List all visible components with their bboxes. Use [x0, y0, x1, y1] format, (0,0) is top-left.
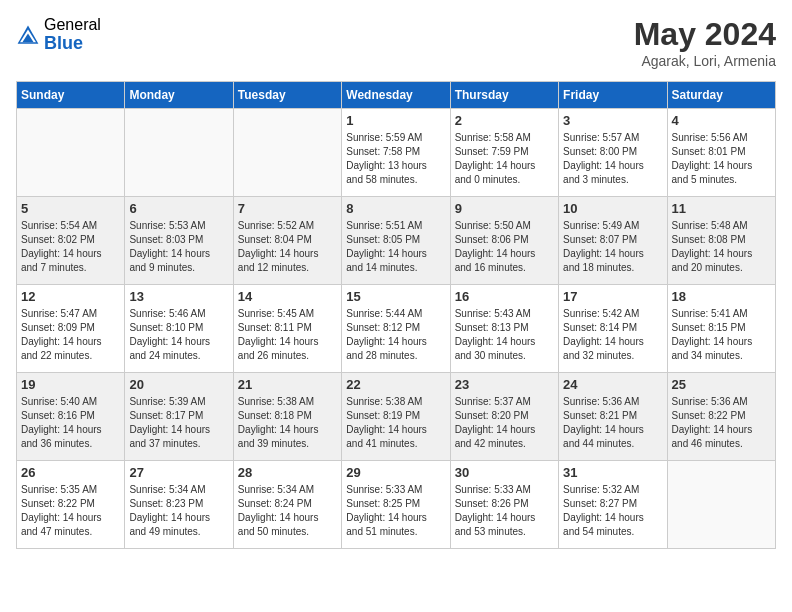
day-info: Sunrise: 5:39 AMSunset: 8:17 PMDaylight:… — [129, 395, 228, 451]
day-number: 6 — [129, 201, 228, 216]
logo: General Blue — [16, 16, 101, 53]
day-info: Sunrise: 5:34 AMSunset: 8:23 PMDaylight:… — [129, 483, 228, 539]
calendar-cell: 15Sunrise: 5:44 AMSunset: 8:12 PMDayligh… — [342, 285, 450, 373]
day-info: Sunrise: 5:56 AMSunset: 8:01 PMDaylight:… — [672, 131, 771, 187]
day-number: 14 — [238, 289, 337, 304]
calendar-week-row: 26Sunrise: 5:35 AMSunset: 8:22 PMDayligh… — [17, 461, 776, 549]
day-info: Sunrise: 5:59 AMSunset: 7:58 PMDaylight:… — [346, 131, 445, 187]
day-info: Sunrise: 5:46 AMSunset: 8:10 PMDaylight:… — [129, 307, 228, 363]
day-info: Sunrise: 5:52 AMSunset: 8:04 PMDaylight:… — [238, 219, 337, 275]
calendar-cell: 31Sunrise: 5:32 AMSunset: 8:27 PMDayligh… — [559, 461, 667, 549]
calendar-header-wednesday: Wednesday — [342, 82, 450, 109]
day-info: Sunrise: 5:40 AMSunset: 8:16 PMDaylight:… — [21, 395, 120, 451]
calendar-cell — [667, 461, 775, 549]
calendar-header-monday: Monday — [125, 82, 233, 109]
calendar-cell: 22Sunrise: 5:38 AMSunset: 8:19 PMDayligh… — [342, 373, 450, 461]
calendar-header-row: SundayMondayTuesdayWednesdayThursdayFrid… — [17, 82, 776, 109]
day-number: 11 — [672, 201, 771, 216]
day-number: 3 — [563, 113, 662, 128]
day-number: 4 — [672, 113, 771, 128]
calendar-cell: 26Sunrise: 5:35 AMSunset: 8:22 PMDayligh… — [17, 461, 125, 549]
logo-icon — [16, 23, 40, 47]
page-header: General Blue May 2024 Agarak, Lori, Arme… — [16, 16, 776, 69]
day-number: 23 — [455, 377, 554, 392]
day-number: 17 — [563, 289, 662, 304]
calendar-cell: 11Sunrise: 5:48 AMSunset: 8:08 PMDayligh… — [667, 197, 775, 285]
day-info: Sunrise: 5:51 AMSunset: 8:05 PMDaylight:… — [346, 219, 445, 275]
calendar-cell: 1Sunrise: 5:59 AMSunset: 7:58 PMDaylight… — [342, 109, 450, 197]
day-info: Sunrise: 5:37 AMSunset: 8:20 PMDaylight:… — [455, 395, 554, 451]
day-number: 13 — [129, 289, 228, 304]
calendar-cell: 25Sunrise: 5:36 AMSunset: 8:22 PMDayligh… — [667, 373, 775, 461]
day-number: 12 — [21, 289, 120, 304]
calendar-week-row: 12Sunrise: 5:47 AMSunset: 8:09 PMDayligh… — [17, 285, 776, 373]
day-number: 26 — [21, 465, 120, 480]
day-info: Sunrise: 5:53 AMSunset: 8:03 PMDaylight:… — [129, 219, 228, 275]
calendar-cell: 29Sunrise: 5:33 AMSunset: 8:25 PMDayligh… — [342, 461, 450, 549]
calendar-cell: 17Sunrise: 5:42 AMSunset: 8:14 PMDayligh… — [559, 285, 667, 373]
logo-general: General — [44, 16, 101, 34]
day-info: Sunrise: 5:45 AMSunset: 8:11 PMDaylight:… — [238, 307, 337, 363]
logo-blue: Blue — [44, 34, 101, 54]
calendar-cell: 9Sunrise: 5:50 AMSunset: 8:06 PMDaylight… — [450, 197, 558, 285]
day-info: Sunrise: 5:32 AMSunset: 8:27 PMDaylight:… — [563, 483, 662, 539]
day-info: Sunrise: 5:38 AMSunset: 8:19 PMDaylight:… — [346, 395, 445, 451]
calendar-cell: 4Sunrise: 5:56 AMSunset: 8:01 PMDaylight… — [667, 109, 775, 197]
calendar-cell: 5Sunrise: 5:54 AMSunset: 8:02 PMDaylight… — [17, 197, 125, 285]
calendar-cell: 8Sunrise: 5:51 AMSunset: 8:05 PMDaylight… — [342, 197, 450, 285]
day-number: 10 — [563, 201, 662, 216]
day-number: 8 — [346, 201, 445, 216]
day-number: 27 — [129, 465, 228, 480]
calendar-cell: 18Sunrise: 5:41 AMSunset: 8:15 PMDayligh… — [667, 285, 775, 373]
calendar-cell — [125, 109, 233, 197]
day-number: 7 — [238, 201, 337, 216]
day-info: Sunrise: 5:58 AMSunset: 7:59 PMDaylight:… — [455, 131, 554, 187]
calendar-cell: 16Sunrise: 5:43 AMSunset: 8:13 PMDayligh… — [450, 285, 558, 373]
day-info: Sunrise: 5:36 AMSunset: 8:21 PMDaylight:… — [563, 395, 662, 451]
calendar-cell: 23Sunrise: 5:37 AMSunset: 8:20 PMDayligh… — [450, 373, 558, 461]
title-block: May 2024 Agarak, Lori, Armenia — [634, 16, 776, 69]
day-number: 28 — [238, 465, 337, 480]
day-info: Sunrise: 5:50 AMSunset: 8:06 PMDaylight:… — [455, 219, 554, 275]
day-info: Sunrise: 5:34 AMSunset: 8:24 PMDaylight:… — [238, 483, 337, 539]
day-number: 31 — [563, 465, 662, 480]
day-number: 29 — [346, 465, 445, 480]
day-info: Sunrise: 5:33 AMSunset: 8:26 PMDaylight:… — [455, 483, 554, 539]
day-number: 9 — [455, 201, 554, 216]
day-info: Sunrise: 5:57 AMSunset: 8:00 PMDaylight:… — [563, 131, 662, 187]
day-info: Sunrise: 5:47 AMSunset: 8:09 PMDaylight:… — [21, 307, 120, 363]
calendar-cell: 19Sunrise: 5:40 AMSunset: 8:16 PMDayligh… — [17, 373, 125, 461]
calendar-cell: 13Sunrise: 5:46 AMSunset: 8:10 PMDayligh… — [125, 285, 233, 373]
month-year-title: May 2024 — [634, 16, 776, 53]
day-info: Sunrise: 5:48 AMSunset: 8:08 PMDaylight:… — [672, 219, 771, 275]
calendar-week-row: 5Sunrise: 5:54 AMSunset: 8:02 PMDaylight… — [17, 197, 776, 285]
calendar-week-row: 19Sunrise: 5:40 AMSunset: 8:16 PMDayligh… — [17, 373, 776, 461]
day-info: Sunrise: 5:43 AMSunset: 8:13 PMDaylight:… — [455, 307, 554, 363]
calendar-cell — [233, 109, 341, 197]
calendar-cell: 28Sunrise: 5:34 AMSunset: 8:24 PMDayligh… — [233, 461, 341, 549]
day-number: 19 — [21, 377, 120, 392]
calendar-cell: 24Sunrise: 5:36 AMSunset: 8:21 PMDayligh… — [559, 373, 667, 461]
day-info: Sunrise: 5:35 AMSunset: 8:22 PMDaylight:… — [21, 483, 120, 539]
calendar-cell: 6Sunrise: 5:53 AMSunset: 8:03 PMDaylight… — [125, 197, 233, 285]
day-number: 25 — [672, 377, 771, 392]
day-info: Sunrise: 5:54 AMSunset: 8:02 PMDaylight:… — [21, 219, 120, 275]
day-number: 16 — [455, 289, 554, 304]
calendar-cell: 14Sunrise: 5:45 AMSunset: 8:11 PMDayligh… — [233, 285, 341, 373]
calendar-header-tuesday: Tuesday — [233, 82, 341, 109]
day-number: 24 — [563, 377, 662, 392]
calendar-cell: 3Sunrise: 5:57 AMSunset: 8:00 PMDaylight… — [559, 109, 667, 197]
day-number: 15 — [346, 289, 445, 304]
calendar-cell: 20Sunrise: 5:39 AMSunset: 8:17 PMDayligh… — [125, 373, 233, 461]
day-number: 2 — [455, 113, 554, 128]
day-number: 18 — [672, 289, 771, 304]
calendar-header-thursday: Thursday — [450, 82, 558, 109]
day-number: 1 — [346, 113, 445, 128]
logo-text: General Blue — [44, 16, 101, 53]
day-number: 20 — [129, 377, 228, 392]
calendar-cell: 2Sunrise: 5:58 AMSunset: 7:59 PMDaylight… — [450, 109, 558, 197]
day-number: 30 — [455, 465, 554, 480]
calendar-table: SundayMondayTuesdayWednesdayThursdayFrid… — [16, 81, 776, 549]
calendar-cell — [17, 109, 125, 197]
day-info: Sunrise: 5:44 AMSunset: 8:12 PMDaylight:… — [346, 307, 445, 363]
